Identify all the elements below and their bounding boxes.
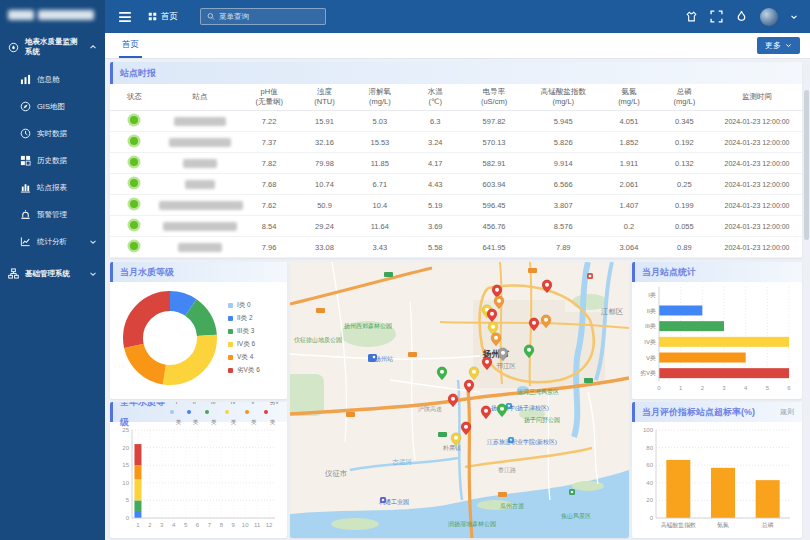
legend-item[interactable]: IV类 6 — [228, 340, 260, 349]
sidebar-section-base-management[interactable]: 基础管理系统 — [0, 259, 105, 288]
table-row[interactable]: 7.9633.083.435.58641.957.893.0640.892024… — [110, 237, 802, 258]
map-label: 邗江区 — [496, 362, 516, 370]
sidebar-item-2[interactable]: 实时数据 — [0, 120, 105, 147]
cell-conductivity: 597.82 — [463, 111, 525, 132]
cell-turbidity: 29.24 — [297, 216, 352, 237]
svg-text:5: 5 — [184, 522, 188, 528]
table-row[interactable]: 7.8279.9811.854.17582.919.9141.9110.1322… — [110, 153, 802, 174]
station-name-redacted — [158, 174, 241, 195]
legend-item[interactable]: 劣V类 6 — [228, 366, 260, 375]
breadcrumb[interactable]: 首页 — [148, 11, 178, 23]
hamburger-icon[interactable] — [118, 10, 132, 24]
more-button[interactable]: 更多 — [757, 37, 800, 54]
gis-map-panel[interactable]: 扬州市邗江区江都区仪征市古运河沪陕高速春江路扬州西郊森林公园仪征捺山地质公园运河… — [290, 262, 629, 538]
cell-time: 2024-01-23 12:00:00 — [712, 216, 802, 237]
monthly-grade-title: 当月水质等级 — [120, 262, 174, 282]
map-label: 春江路 — [498, 467, 516, 474]
cell-dissolved_oxygen: 15.53 — [352, 132, 407, 153]
svg-text:20: 20 — [646, 497, 653, 503]
rules-link[interactable]: 规则 — [780, 402, 794, 422]
table-row[interactable]: 7.2215.915.036.3597.825.9454.0510.345202… — [110, 111, 802, 132]
page-scrollbar-thumb[interactable] — [804, 90, 809, 240]
station-name-redacted — [158, 216, 241, 237]
map-label: 润扬湿地森林公园 — [448, 520, 496, 528]
user-avatar[interactable] — [760, 8, 778, 26]
sidebar-item-3[interactable]: 历史数据 — [0, 147, 105, 174]
svg-text:高锰酸盐指数: 高锰酸盐指数 — [661, 522, 696, 529]
station-panel-header: 站点时报 — [110, 62, 802, 84]
cell-turbidity: 15.91 — [297, 111, 352, 132]
exceed-rate-title: 当月评价指标站点超标率(%) — [642, 402, 755, 422]
svg-text:12: 12 — [266, 522, 273, 528]
svg-text:100: 100 — [643, 427, 654, 433]
svg-text:III类: III类 — [645, 323, 656, 329]
cell-codmn: 3.807 — [525, 195, 601, 216]
svg-text:I类: I类 — [648, 292, 656, 298]
legend-item[interactable]: III类 3 — [228, 327, 260, 336]
cell-conductivity: 582.91 — [463, 153, 525, 174]
svg-text:7: 7 — [208, 522, 212, 528]
cell-nh3n: 1.852 — [601, 132, 656, 153]
cell-conductivity: 641.95 — [463, 237, 525, 258]
column-header-dissolved_oxygen: 溶解氧(mg/L) — [352, 84, 407, 111]
legend-item[interactable]: I类 0 — [228, 301, 260, 310]
column-header-ph: pH值(无量纲) — [241, 84, 296, 111]
svg-text:9: 9 — [232, 522, 236, 528]
sidebar-section-label: 地表水质量监测系统 — [25, 37, 83, 57]
chevron-up-icon — [89, 43, 97, 51]
map-label: 扬州西郊森林公园 — [344, 323, 392, 330]
app-logo — [0, 0, 105, 28]
table-row[interactable]: 8.5429.2411.643.69456.768.5760.20.055202… — [110, 216, 802, 237]
menu-search-input[interactable]: 菜单查询 — [200, 8, 326, 25]
monthly-grade-header: 当月水质等级 — [110, 262, 287, 282]
chevron-down-icon — [785, 42, 792, 49]
sidebar-item-1[interactable]: GIS地图 — [0, 93, 105, 120]
svg-text:氨氮: 氨氮 — [717, 521, 729, 528]
tab-home[interactable]: 首页 — [119, 33, 142, 58]
sidebar-item-5[interactable]: 预警管理 — [0, 201, 105, 228]
cell-ph: 7.82 — [241, 153, 296, 174]
svg-text:5: 5 — [126, 497, 130, 503]
theme-skin-icon[interactable] — [685, 10, 698, 23]
sidebar-section-surface-water-system[interactable]: 地表水质量监测系统 — [0, 28, 105, 66]
cell-tp: 0.192 — [657, 132, 712, 153]
sidebar-item-6[interactable]: 统计分析 — [0, 228, 105, 255]
cell-codmn: 9.914 — [525, 153, 601, 174]
cell-codmn: 6.566 — [525, 174, 601, 195]
info-hub-icon — [20, 74, 31, 85]
map-label: 仪征市 — [325, 469, 348, 478]
table-row[interactable]: 7.6250.910.45.19596.453.8071.4070.199202… — [110, 195, 802, 216]
cell-tp: 0.25 — [657, 174, 712, 195]
map-canvas[interactable]: 扬州市邗江区江都区仪征市古运河沪陕高速春江路扬州西郊森林公园仪征捺山地质公园运河… — [290, 262, 629, 538]
column-header-time: 监测时间 — [712, 84, 802, 111]
topbar-actions — [685, 8, 810, 26]
svg-text:20: 20 — [122, 445, 129, 451]
svg-text:0: 0 — [650, 515, 654, 521]
station-name-redacted — [158, 132, 241, 153]
svg-text:60: 60 — [646, 462, 653, 468]
cell-turbidity: 33.08 — [297, 237, 352, 258]
sidebar-item-0[interactable]: 信息舱 — [0, 66, 105, 93]
table-row[interactable]: 7.3732.1615.533.24570.135.8261.8520.1922… — [110, 132, 802, 153]
search-placeholder: 菜单查询 — [219, 12, 249, 22]
gis-map-icon — [20, 101, 31, 112]
sitemap-icon — [8, 268, 19, 279]
map-label: 瓜州古渡 — [500, 502, 524, 510]
fullscreen-icon[interactable] — [710, 10, 723, 23]
sidebar-item-4[interactable]: 站点报表 — [0, 174, 105, 201]
cell-nh3n: 1.911 — [601, 153, 656, 174]
exceed-rate-header: 当月评价指标站点超标率(%) 规则 — [632, 402, 802, 422]
legend-item[interactable]: V类 4 — [228, 353, 260, 362]
cell-water_temp: 4.17 — [408, 153, 463, 174]
cell-time: 2024-01-23 12:00:00 — [712, 195, 802, 216]
chevron-down-icon[interactable] — [790, 13, 798, 21]
table-row[interactable]: 7.6810.746.714.43603.946.5662.0610.25202… — [110, 174, 802, 195]
chevron-down-icon — [89, 238, 97, 246]
station-name-redacted — [158, 111, 241, 132]
legend-item[interactable]: II类 2 — [228, 314, 260, 323]
notification-flame-icon[interactable] — [735, 10, 748, 23]
cell-turbidity: 79.98 — [297, 153, 352, 174]
horizontal-bar-chart: 0123456I类II类III类IV类V类劣V类 — [632, 282, 796, 395]
cell-conductivity: 570.13 — [463, 132, 525, 153]
cell-turbidity: 10.74 — [297, 174, 352, 195]
